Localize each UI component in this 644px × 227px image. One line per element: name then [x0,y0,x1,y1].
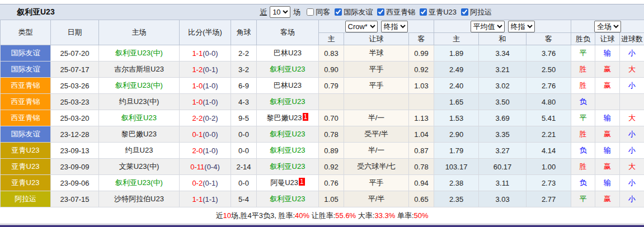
away-team-link[interactable]: 叙利亚U23 [270,195,305,203]
halftime-score: (0-2) [203,114,218,122]
match-type-badge: 阿拉运 [1,191,51,207]
fulltime-score: 1-0 [192,98,203,106]
match-type-badge: 亚青U23 [1,143,51,159]
col-res-wdl: 胜负 [571,33,595,45]
recent-count-select[interactable]: 10 [270,6,290,18]
ah-away-odds [409,94,434,110]
col-eu-draw: 和 [479,33,527,45]
filter-controls: 近 10 场 同客 国际友谊 西亚青锦 亚青U23 阿拉运 [258,6,493,18]
home-team-link[interactable]: 约旦U23(中) [119,97,159,106]
ah-away-odds: 0.65 [409,191,434,207]
match-type-badge: 国际友谊 [1,126,51,143]
league-filter-checkbox[interactable] [307,8,314,16]
home-team-link[interactable]: 叙利亚U23(中) [115,178,163,187]
ah-home-odds: 0.89 [319,143,344,159]
home-team-link[interactable]: 约旦U23 [125,146,153,154]
eu-home-odds: 1.79 [434,143,479,159]
result-wdl: 平 [571,110,595,126]
halftime-score: (1-0) [203,82,218,90]
col-res-ou: 进球数 [620,33,644,45]
ah-home-odds: 1.05 [319,191,344,207]
corner-score: 2-2 [231,45,257,62]
result-handicap: 赢 [595,78,620,94]
halftime-score: (0-0) [203,130,218,139]
bookmaker-select[interactable]: Crow* [345,21,378,32]
match-date: 23-07-15 [51,191,99,207]
ah-home-odds: 0.76 [319,175,344,191]
league-filter-label: 西亚青锦 [386,7,415,17]
home-team-link[interactable]: 吉尔吉斯坦U23 [114,65,164,73]
league-filter-checkbox[interactable] [335,8,342,16]
eu-home-odds: 1.89 [434,45,479,62]
eu-home-odds: 2.38 [434,175,479,191]
recent-label[interactable]: 近 [260,7,267,17]
eu-draw-odds: 3.35 [479,126,527,143]
result-overunder: 小 [620,45,644,62]
home-team-link[interactable]: 沙特阿拉伯U23 [114,195,164,203]
footer-segment: 50% [414,211,429,220]
fulltime-score: 2-2 [192,114,203,122]
result-scope-select[interactable]: 全场 [594,21,621,32]
ah-away-odds: 0.92 [409,62,434,78]
match-row: 阿拉运 23-07-15 沙特阿拉伯U23 1-1(1-1) 5-4 叙利亚U2… [1,191,644,207]
corner-score: 6-9 [231,78,257,94]
eu-draw-odds: 3.03 [479,191,527,207]
halftime-score: (1-0) [203,146,218,155]
league-filter-checkbox[interactable] [420,8,427,16]
score-cell: 1-0(1-0) [180,78,231,94]
footer-segment: 场,胜4平3负3, 胜率: [231,211,295,220]
away-team-link[interactable]: 叙利亚U23 [270,65,305,73]
away-team-link[interactable]: 黎巴嫩U23 [267,114,302,122]
fulltime-score: 1-1 [192,195,203,204]
match-type-badge: 西亚青锦 [1,78,51,94]
col-score: 比分(半场) [180,20,231,45]
away-team-link[interactable]: 巴林U23 [274,81,302,89]
match-date: 23-09-06 [51,175,99,191]
away-team-link[interactable]: 叙利亚U23 [270,130,305,138]
league-filter-checkbox[interactable] [461,8,468,16]
bottom-bar [0,225,644,227]
away-team-link[interactable]: 巴林U23 [274,49,302,57]
col-ah-home: 主 [319,33,344,45]
eu-draw-odds: 3.11 [479,175,527,191]
result-overunder: 小 [620,175,644,191]
away-extra-badge[interactable]: 1 [299,178,305,186]
fulltime-score: 0-1 [192,130,203,139]
league-filter-checkbox[interactable] [377,8,384,16]
halftime-score: (0-0) [203,49,218,58]
away-team-link[interactable]: 叙利亚U23 [270,97,305,106]
eu-stage-select[interactable]: 终指 [508,21,535,32]
score-cell: 2-2(0-2) [180,110,231,126]
halftime-score: (0-4) [204,163,219,171]
away-team-link[interactable]: 阿曼U23 [270,178,298,187]
result-handicap: 赢 [595,159,620,175]
away-team-cell: 叙利亚U23 [257,62,319,78]
home-team-link[interactable]: 黎巴嫩U23 [121,130,157,138]
ah-away-odds: 0.94 [409,175,434,191]
eu-home-odds: 2.40 [434,78,479,94]
away-team-cell: 阿曼U231 [257,175,319,191]
result-wdl: 负 [571,175,595,191]
ah-home-odds: 0.78 [319,126,344,143]
eu-source-select[interactable]: 平均值 [471,21,505,32]
home-team-link[interactable]: 叙利亚U23(中) [115,81,163,89]
ah-stage-select[interactable]: 终指 [381,21,408,32]
home-team-cell: 约旦U23 [99,143,180,159]
result-select-cell: 全场 [571,20,644,33]
result-overunder: 小 [620,143,644,159]
footer-segment: 33.3% [374,211,395,220]
col-type: 类型 [1,20,51,45]
eu-draw-odds: 3.27 [479,143,527,159]
home-team-link[interactable]: 叙利亚U23 [121,114,157,122]
home-team-link[interactable]: 叙利亚U23(中) [115,49,163,57]
away-extra-badge[interactable]: 1 [303,113,309,121]
fulltime-score: 1-0 [192,82,203,90]
result-wdl: 胜 [571,78,595,94]
eu-home-odds: 2.90 [434,126,479,143]
home-team-cell: 吉尔吉斯坦U23 [99,62,180,78]
home-team-link[interactable]: 文莱U23(中) [119,162,159,171]
away-team-link[interactable]: 叙利亚U23 [270,146,305,154]
away-team-link[interactable]: 叙利亚U23 [270,162,305,171]
score-cell: 0-2(0-1) [180,175,231,191]
match-row: 西亚青锦 25-03-26 叙利亚U23(中) 1-0(1-0) 6-9 巴林U… [1,78,644,94]
